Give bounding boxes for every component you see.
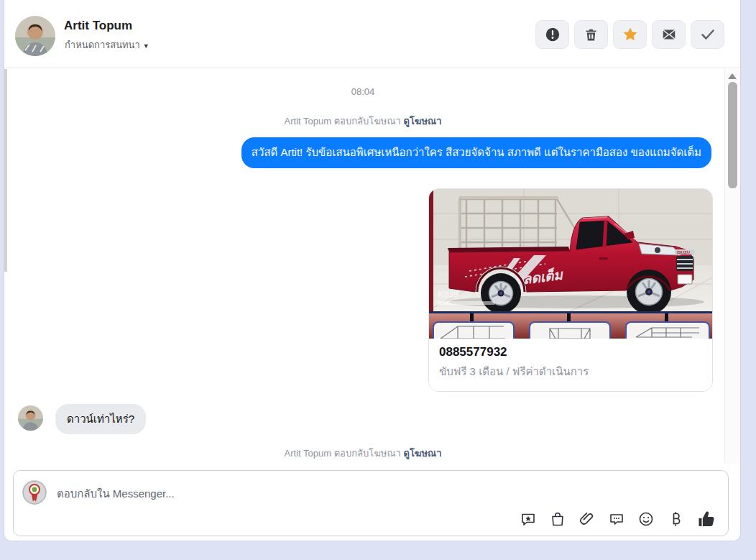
like-thumb-icon[interactable] <box>696 509 716 529</box>
avatar[interactable] <box>15 16 55 56</box>
check-icon <box>699 26 716 43</box>
phone-number: 0885577932 <box>439 345 702 359</box>
message-list: 08:04 Artit Topum ตอบกลับโฆษณา ดูโฆษณา ส… <box>4 69 740 464</box>
timestamp: 08:04 <box>4 86 722 97</box>
incoming-message-bubble: ดาวน์เท่าไหร่? <box>55 404 146 434</box>
composer-toolbar <box>520 509 716 529</box>
page-logo-avatar <box>22 480 47 505</box>
chevron-down-icon: ▼ <box>143 42 149 50</box>
left-scrollbar-thumb[interactable] <box>4 69 7 272</box>
photo-code-label: K039 <box>438 290 458 300</box>
avatar-photo <box>15 16 55 56</box>
conversation-panel: Artit Topum กำหนดการสนทนา▼ <box>4 0 741 541</box>
comment-icon[interactable] <box>608 510 625 528</box>
star-icon <box>622 26 639 43</box>
header-actions <box>535 20 724 49</box>
ad-card-body: 0885577932 ขับฟรี 3 เดือน / ฟรีค่าดำเนิน… <box>429 339 712 391</box>
saved-replies-icon[interactable] <box>520 510 537 528</box>
outgoing-message-bubble: สวัสดี Artit! รับข้อเสนอพิเศษเหนือกว่าใค… <box>241 137 711 168</box>
envelope-icon <box>661 27 677 42</box>
ad-attachment-card[interactable]: โหลดเต็ม ISUZU <box>428 188 713 392</box>
view-ad-link[interactable]: ดูโฆษณา <box>403 448 441 459</box>
payment-baht-icon[interactable] <box>667 510 684 528</box>
view-ad-link[interactable]: ดูโฆษณา <box>403 116 441 127</box>
chat-scrollbar[interactable] <box>724 69 740 464</box>
ad-reply-note: Artit Topum ตอบกลับโฆษณา ดูโฆษณา <box>4 114 722 129</box>
composer-placeholder[interactable]: ตอบกลับใน Messenger... <box>57 485 175 502</box>
reply-composer[interactable]: ตอบกลับใน Messenger... <box>13 470 729 536</box>
star-button[interactable] <box>613 20 647 49</box>
conversation-schedule-dropdown[interactable]: กำหนดการสนทนา▼ <box>65 37 149 52</box>
attach-file-icon[interactable] <box>578 510 596 528</box>
ad-reply-text: Artit Topum ตอบกลับโฆษณา <box>285 448 401 459</box>
messenger-inbox-page: Artit Topum กำหนดการสนทนา▼ <box>0 0 756 560</box>
report-button[interactable] <box>535 20 569 49</box>
conversation-header: Artit Topum กำหนดการสนทนา▼ <box>4 0 740 68</box>
scrollbar-thumb[interactable] <box>728 82 737 188</box>
truck-photo: โหลดเต็ม ISUZU <box>429 189 713 311</box>
ad-description: ขับฟรี 3 เดือน / ฟรีค่าดำเนินการ <box>439 363 702 380</box>
truck-brand-text: ISUZU <box>677 250 690 254</box>
avatar <box>18 405 43 431</box>
delete-button[interactable] <box>574 20 608 49</box>
ad-reply-text: Artit Topum ตอบกลับโฆษณา <box>285 116 401 127</box>
exclamation-circle-icon <box>545 27 561 42</box>
scroll-up-arrow-icon[interactable] <box>728 73 737 79</box>
conversation-schedule-label: กำหนดการสนทนา <box>65 40 140 50</box>
mark-unread-button[interactable] <box>652 20 686 49</box>
cage-options-strip <box>429 311 713 339</box>
emoji-icon[interactable] <box>637 510 655 528</box>
ad-reply-note: Artit Topum ตอบกลับโฆษณา ดูโฆษณา <box>4 446 722 461</box>
trash-icon <box>584 27 599 42</box>
product-bag-icon[interactable] <box>549 510 566 528</box>
mark-done-button[interactable] <box>691 20 724 49</box>
contact-name: Artit Topum <box>64 19 132 33</box>
